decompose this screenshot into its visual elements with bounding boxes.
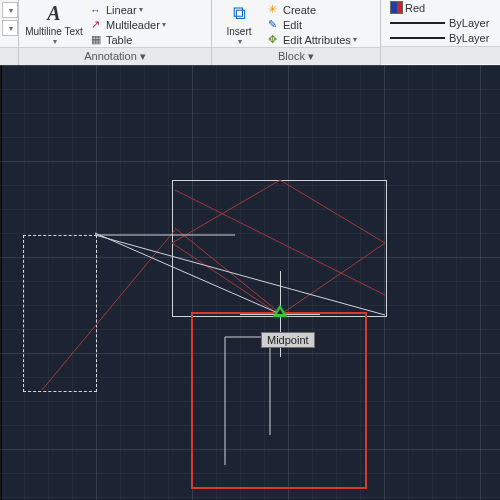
chevron-down-icon: ▾ (238, 37, 242, 46)
drawing-canvas[interactable]: Midpoint (0, 65, 500, 500)
chevron-down-icon: ▾ (162, 20, 166, 29)
label: Multileader (106, 19, 160, 31)
label: Multiline Text (25, 27, 83, 37)
color-swatch-icon (390, 1, 403, 14)
svg-line-9 (95, 233, 278, 313)
label: Linear (106, 4, 137, 16)
line-sample-icon (390, 37, 445, 39)
quick-dropdowns: ▾ ▾ (0, 0, 19, 65)
text-icon: A (41, 3, 67, 25)
attributes-icon: ✥ (265, 33, 280, 47)
multiline-text-button[interactable]: A Multiline Text ▾ (25, 2, 83, 46)
label: Edit (283, 19, 302, 31)
svg-line-7 (95, 235, 385, 315)
label: Table (106, 34, 132, 46)
osnap-midpoint-icon (273, 305, 287, 317)
group-title[interactable]: Annotation ▾ (19, 47, 211, 65)
label: Insert (226, 27, 251, 37)
label: ByLayer (449, 17, 489, 29)
insert-button[interactable]: ⧉ Insert ▾ (218, 2, 260, 46)
group-annotation: A Multiline Text ▾ ↔ Linear▾ ↗ Multilead… (19, 0, 212, 65)
svg-line-6 (280, 243, 385, 315)
line-sample-icon (390, 22, 445, 24)
label: ByLayer (449, 32, 489, 44)
group-properties: Red ByLayer ByLayer (381, 0, 500, 65)
chevron-down-icon: ▾ (139, 5, 143, 14)
svg-line-1 (175, 228, 280, 313)
group-title[interactable]: Block ▾ (212, 47, 380, 65)
qat-item[interactable]: ▾ (2, 20, 18, 36)
linework (0, 65, 500, 500)
edit-attributes-button[interactable]: ✥ Edit Attributes▾ (262, 32, 360, 47)
label: Red (405, 2, 425, 14)
svg-line-0 (42, 230, 175, 390)
osnap-tooltip: Midpoint (261, 332, 315, 348)
svg-line-4 (172, 180, 280, 243)
qat-item[interactable]: ▾ (2, 2, 18, 18)
label: Edit Attributes (283, 34, 351, 46)
linear-dimension-button[interactable]: ↔ Linear▾ (85, 2, 169, 17)
linear-icon: ↔ (88, 3, 103, 17)
chevron-down-icon: ▾ (353, 35, 357, 44)
leader-icon: ↗ (88, 18, 103, 32)
current-layer-button[interactable]: Red (387, 0, 428, 15)
spacer (0, 47, 18, 65)
create-icon: ✳ (265, 3, 280, 17)
table-button[interactable]: ▦ Table (85, 32, 169, 47)
table-icon: ▦ (88, 33, 103, 47)
lineweight-button[interactable]: ByLayer (387, 15, 492, 30)
insert-icon: ⧉ (226, 3, 252, 25)
label: Create (283, 4, 316, 16)
ribbon: ▾ ▾ A Multiline Text ▾ ↔ Linear▾ ↗ Multi… (0, 0, 500, 65)
group-block: ⧉ Insert ▾ ✳ Create ✎ Edit ✥ Edit Attrib… (212, 0, 381, 65)
multileader-button[interactable]: ↗ Multileader▾ (85, 17, 169, 32)
create-block-button[interactable]: ✳ Create (262, 2, 360, 17)
chevron-down-icon: ▾ (53, 37, 57, 46)
edit-icon: ✎ (265, 18, 280, 32)
spacer (381, 46, 500, 64)
edit-block-button[interactable]: ✎ Edit (262, 17, 360, 32)
linetype-button[interactable]: ByLayer (387, 30, 492, 45)
svg-line-3 (280, 180, 385, 243)
svg-line-5 (172, 243, 280, 315)
